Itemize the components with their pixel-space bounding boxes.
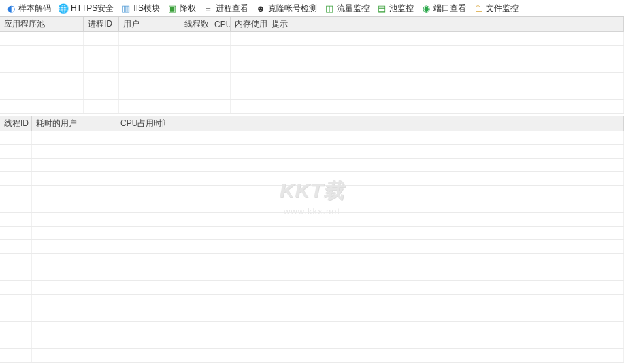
- toolbar-file-monitor[interactable]: 🗀 文件监控: [472, 3, 520, 14]
- toolbar-label: 降权: [180, 3, 196, 14]
- table-row[interactable]: [0, 213, 624, 227]
- process-table: 应用程序池进程ID用户线程数CPU内存使用提示: [0, 16, 624, 114]
- table-row[interactable]: [0, 159, 624, 172]
- table-cell: [0, 308, 32, 321]
- user-icon: ☻: [255, 3, 266, 14]
- table-row[interactable]: [0, 145, 624, 159]
- table-cell: [32, 281, 116, 294]
- port-icon: ◉: [421, 3, 431, 14]
- table-row[interactable]: [0, 335, 624, 349]
- table-row[interactable]: [0, 227, 624, 240]
- column-header[interactable]: 内存使用: [231, 17, 267, 31]
- module-icon: ▥: [120, 3, 131, 14]
- process-table-header: 应用程序池进程ID用户线程数CPU内存使用提示: [0, 17, 624, 32]
- table-cell: [0, 172, 32, 185]
- table-cell: [84, 59, 119, 72]
- table-row[interactable]: [0, 308, 624, 322]
- table-cell: [267, 73, 624, 86]
- table-cell: [165, 240, 624, 253]
- table-row[interactable]: [0, 172, 624, 186]
- column-header[interactable]: 用户: [119, 17, 180, 31]
- table-cell: [231, 100, 267, 113]
- table-row[interactable]: [0, 86, 624, 100]
- table-cell: [165, 131, 624, 144]
- table-row[interactable]: [0, 100, 624, 114]
- table-cell: [116, 199, 165, 212]
- table-cell: [0, 254, 32, 267]
- table-cell: [32, 267, 116, 280]
- table-cell: [84, 32, 119, 45]
- toolbar-sample-decode[interactable]: ◐ 样本解码: [4, 3, 52, 14]
- table-row[interactable]: [0, 46, 624, 59]
- table-cell: [116, 159, 165, 171]
- table-row[interactable]: [0, 240, 624, 254]
- table-cell: [267, 86, 624, 99]
- toolbar-clone-account[interactable]: ☻ 克隆帐号检测: [254, 3, 318, 14]
- pool-icon: ▤: [376, 3, 387, 14]
- table-row[interactable]: [0, 349, 624, 363]
- table-cell: [231, 86, 267, 99]
- toolbar-pool-monitor[interactable]: ▤ 池监控: [375, 3, 415, 14]
- table-cell: [231, 59, 267, 72]
- lower-priv-icon: ▣: [167, 3, 178, 14]
- table-cell: [210, 46, 231, 59]
- column-header[interactable]: [165, 116, 624, 131]
- toolbar-label: 流量监控: [337, 3, 370, 14]
- table-cell: [0, 145, 32, 158]
- table-cell: [210, 100, 231, 113]
- table-cell: [84, 100, 119, 113]
- table-row[interactable]: [0, 295, 624, 308]
- table-cell: [116, 267, 165, 280]
- table-cell: [267, 46, 624, 59]
- traffic-icon: ◫: [324, 3, 335, 14]
- process-table-body[interactable]: [0, 32, 624, 114]
- table-row[interactable]: [0, 131, 624, 145]
- table-cell: [165, 145, 624, 158]
- column-header[interactable]: 进程ID: [84, 17, 119, 31]
- table-cell: [210, 32, 231, 45]
- column-header[interactable]: 线程ID: [0, 116, 32, 131]
- table-cell: [165, 267, 624, 280]
- toolbar-iis-module[interactable]: ▥ IIS模块: [119, 3, 161, 14]
- column-header[interactable]: CPU: [210, 17, 231, 31]
- table-cell: [165, 227, 624, 239]
- table-cell: [210, 73, 231, 86]
- table-row[interactable]: [0, 186, 624, 199]
- table-cell: [32, 213, 116, 226]
- toolbar-process-view[interactable]: ≡ 进程查看: [201, 3, 250, 14]
- table-cell: [32, 172, 116, 185]
- toolbar-https-security[interactable]: 🌐 HTTPS安全: [56, 3, 115, 14]
- table-cell: [0, 100, 84, 113]
- table-cell: [119, 59, 180, 72]
- table-row[interactable]: [0, 59, 624, 73]
- table-cell: [116, 254, 165, 267]
- table-cell: [119, 73, 180, 86]
- table-cell: [180, 32, 210, 45]
- column-header[interactable]: 提示: [267, 17, 624, 31]
- column-header[interactable]: 耗时的用户: [32, 116, 116, 131]
- table-row[interactable]: [0, 32, 624, 46]
- table-row[interactable]: [0, 73, 624, 86]
- thread-table-header: 线程ID耗时的用户CPU占用时间: [0, 116, 624, 131]
- table-row[interactable]: [0, 322, 624, 335]
- table-cell: [84, 73, 119, 86]
- thread-table-body[interactable]: [0, 131, 624, 363]
- table-row[interactable]: [0, 199, 624, 213]
- column-header[interactable]: 线程数: [180, 17, 210, 31]
- table-row[interactable]: [0, 254, 624, 267]
- column-header[interactable]: 应用程序池: [0, 17, 84, 31]
- table-cell: [231, 32, 267, 45]
- table-cell: [180, 73, 210, 86]
- toolbar-lower-priv[interactable]: ▣ 降权: [165, 3, 197, 14]
- table-row[interactable]: [0, 267, 624, 281]
- table-cell: [165, 213, 624, 226]
- table-cell: [180, 46, 210, 59]
- table-cell: [32, 254, 116, 267]
- table-cell: [165, 186, 624, 199]
- table-cell: [267, 32, 624, 45]
- toolbar-port-view[interactable]: ◉ 端口查看: [419, 3, 467, 14]
- toolbar-label: 文件监控: [486, 3, 519, 14]
- toolbar-traffic-monitor[interactable]: ◫ 流量监控: [323, 3, 371, 14]
- table-row[interactable]: [0, 281, 624, 295]
- column-header[interactable]: CPU占用时间: [116, 116, 165, 131]
